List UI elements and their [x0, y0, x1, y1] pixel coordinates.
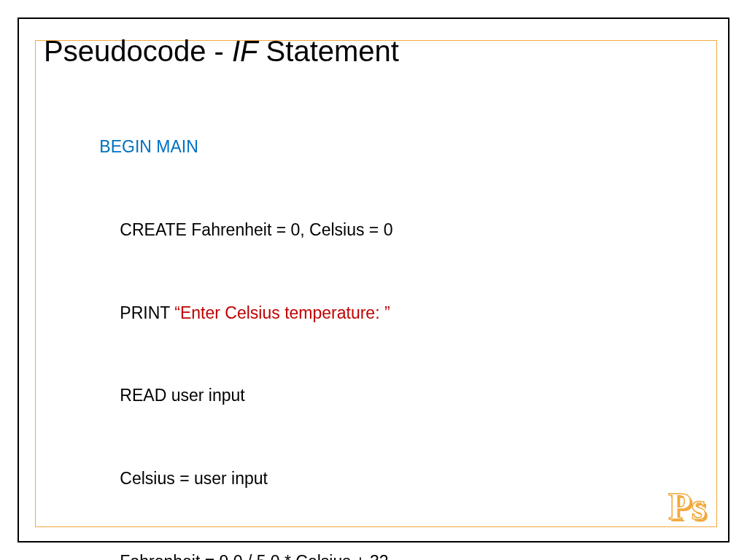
print-string: “Enter Celsius temperature: ” — [174, 303, 390, 322]
code-line: BEGIN MAIN — [71, 106, 703, 189]
code-line: Fahrenheit = 9.0 / 5.0 * Celsius + 32 — [71, 521, 703, 560]
slide-title: Pseudocode - IF Statement — [44, 35, 703, 68]
title-italic: IF — [232, 35, 258, 67]
title-suffix: Statement — [258, 35, 399, 67]
begin-main-keyword: BEGIN MAIN — [99, 137, 198, 156]
create-statement: CREATE Fahrenheit = 0, Celsius = 0 — [120, 220, 392, 239]
code-line: Celsius = user input — [71, 438, 703, 521]
pseudocode-block: BEGIN MAIN CREATE Fahrenheit = 0, Celsiu… — [71, 106, 703, 560]
celsius-assignment: Celsius = user input — [120, 469, 268, 488]
code-line: CREATE Fahrenheit = 0, Celsius = 0 — [71, 189, 703, 272]
code-line: PRINT “Enter Celsius temperature: ” — [71, 272, 703, 355]
code-line: READ user input — [71, 354, 703, 438]
print-keyword: PRINT — [120, 303, 174, 322]
logo-main: Ps — [668, 486, 706, 527]
read-statement: READ user input — [120, 386, 244, 405]
fahrenheit-calculation: Fahrenheit = 9.0 / 5.0 * Celsius + 32 — [120, 552, 388, 560]
ps-logo: Ps Ps — [668, 485, 706, 528]
slide-content: Pseudocode - IF Statement BEGIN MAIN CRE… — [44, 35, 703, 560]
title-prefix: Pseudocode - — [44, 35, 232, 67]
